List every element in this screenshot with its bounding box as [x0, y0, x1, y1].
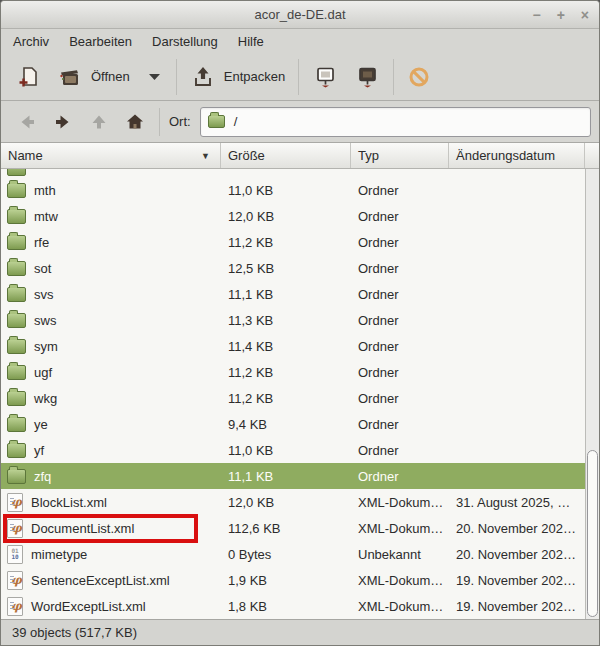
arrow-left-icon — [16, 111, 38, 133]
table-row[interactable]: sws 11,3 KB Ordner — [1, 307, 585, 333]
table-row[interactable] — [1, 169, 585, 177]
open-dropdown-button[interactable] — [138, 67, 171, 87]
folder-icon — [7, 287, 26, 302]
table-row[interactable]: mth 11,0 KB Ordner — [1, 177, 585, 203]
table-row[interactable]: wkg 11,2 KB Ordner — [1, 385, 585, 411]
table-row[interactable]: svs 11,1 KB Ordner — [1, 281, 585, 307]
header-spacer — [585, 143, 599, 168]
file-size: 11,3 KB — [221, 313, 351, 328]
extract-button[interactable]: Entpacken — [182, 58, 293, 96]
file-size: 11,2 KB — [221, 365, 351, 380]
file-type: Ordner — [351, 417, 449, 432]
file-type: Ordner — [351, 183, 449, 198]
table-row[interactable]: sot 12,5 KB Ordner — [1, 255, 585, 281]
column-header-name[interactable]: Name ▼ — [1, 143, 221, 168]
file-name: sot — [34, 261, 51, 276]
file-date: 19. November 202… — [449, 573, 585, 588]
file-type: Ordner — [351, 287, 449, 302]
file-type: Ordner — [351, 261, 449, 276]
extract-icon — [190, 64, 216, 90]
file-name: sym — [34, 339, 58, 354]
open-button[interactable]: Öffnen — [49, 58, 138, 96]
column-header-date[interactable]: Änderungsdatum — [449, 143, 585, 168]
file-size: 1,8 KB — [221, 599, 351, 614]
folder-icon — [7, 183, 26, 198]
table-row[interactable]: φ SentenceExceptList.xml 1,9 KB XML-Doku… — [1, 567, 585, 593]
close-button[interactable]: × — [581, 8, 589, 22]
file-name: ugf — [34, 365, 52, 380]
file-size: 9,4 KB — [221, 417, 351, 432]
chevron-down-icon — [148, 73, 161, 81]
table-row[interactable]: yf 11,0 KB Ordner — [1, 437, 585, 463]
table-row[interactable]: sym 11,4 KB Ordner — [1, 333, 585, 359]
folder-icon — [7, 417, 26, 432]
home-icon — [124, 111, 146, 133]
file-type: Ordner — [351, 209, 449, 224]
table-row[interactable]: φ BlockList.xml 12,0 KB XML-Dokum… 31. A… — [1, 489, 585, 515]
menu-hilfe[interactable]: Hilfe — [228, 30, 274, 53]
menubar: Archiv Bearbeiten Darstellung Hilfe — [1, 29, 599, 53]
file-name: mimetype — [31, 547, 87, 562]
up-button[interactable] — [81, 107, 117, 137]
table-row[interactable]: rfe 11,2 KB Ordner — [1, 229, 585, 255]
file-name: sws — [34, 313, 56, 328]
location-input[interactable]: / — [200, 107, 591, 137]
open-archive-icon — [57, 64, 83, 90]
folder-icon — [7, 313, 26, 328]
view-as-folder-button[interactable] — [346, 58, 388, 96]
table-row[interactable]: mtw 12,0 KB Ordner — [1, 203, 585, 229]
file-size: 0 Bytes — [221, 547, 351, 562]
menu-darstellung[interactable]: Darstellung — [142, 30, 228, 53]
folder-icon — [7, 261, 26, 276]
file-size: 12,5 KB — [221, 261, 351, 276]
column-header-type[interactable]: Typ — [351, 143, 449, 168]
file-name: zfq — [34, 469, 51, 484]
folder-icon — [7, 443, 26, 458]
location-value: / — [234, 114, 238, 129]
file-type: Unbekannt — [351, 547, 449, 562]
menu-archiv[interactable]: Archiv — [3, 30, 59, 53]
file-date: 20. November 202… — [449, 521, 585, 536]
table-row[interactable]: zfq 11,1 KB Ordner — [1, 463, 585, 489]
home-button[interactable] — [117, 107, 153, 137]
table-header: Name ▼ Größe Typ Änderungsdatum — [1, 142, 599, 169]
table-row[interactable]: φ WordExceptList.xml 1,8 KB XML-Dokum… 1… — [1, 593, 585, 619]
column-header-size[interactable]: Größe — [221, 143, 351, 168]
file-date: 20. November 202… — [449, 547, 585, 562]
file-list: mth 11,0 KB Ordner mtw 12,0 KB Ordner rf… — [1, 169, 585, 619]
toolbar-separator — [393, 59, 394, 95]
status-text: 39 objects (517,7 KB) — [12, 625, 137, 640]
minimize-button[interactable]: − — [532, 8, 540, 22]
vertical-scrollbar[interactable] — [585, 169, 599, 619]
file-type: XML-Dokum… — [351, 521, 449, 536]
view-all-files-button[interactable] — [304, 58, 346, 96]
scrollbar-thumb[interactable] — [587, 450, 598, 617]
folder-icon — [7, 391, 26, 406]
table-row[interactable]: 0110 mimetype 0 Bytes Unbekannt 20. Nove… — [1, 541, 585, 567]
file-type: Ordner — [351, 365, 449, 380]
file-type: Ordner — [351, 313, 449, 328]
menu-bearbeiten[interactable]: Bearbeiten — [59, 30, 142, 53]
file-type: Ordner — [351, 391, 449, 406]
file-name: WordExceptList.xml — [31, 599, 146, 614]
file-type: Ordner — [351, 235, 449, 250]
file-type: Ordner — [351, 469, 449, 484]
folder-icon — [7, 365, 26, 380]
file-date: 19. November 202… — [449, 599, 585, 614]
navigation-bar: Ort: / — [1, 101, 599, 142]
stop-button[interactable] — [399, 59, 439, 95]
table-row[interactable]: ye 9,4 KB Ordner — [1, 411, 585, 437]
back-button[interactable] — [9, 107, 45, 137]
file-name: wkg — [34, 391, 57, 406]
location-label: Ort: — [169, 114, 191, 129]
table-row[interactable]: φ DocumentList.xml 112,6 KB XML-Dokum… 2… — [1, 515, 585, 541]
folder-icon — [7, 169, 26, 176]
file-type: XML-Dokum… — [351, 599, 449, 614]
maximize-button[interactable]: + — [557, 8, 565, 22]
add-files-button[interactable] — [7, 58, 49, 96]
forward-button[interactable] — [45, 107, 81, 137]
xml-file-icon: φ — [7, 519, 23, 538]
view-all-files-icon — [312, 64, 338, 90]
table-row[interactable]: ugf 11,2 KB Ordner — [1, 359, 585, 385]
file-name: DocumentList.xml — [31, 521, 134, 536]
